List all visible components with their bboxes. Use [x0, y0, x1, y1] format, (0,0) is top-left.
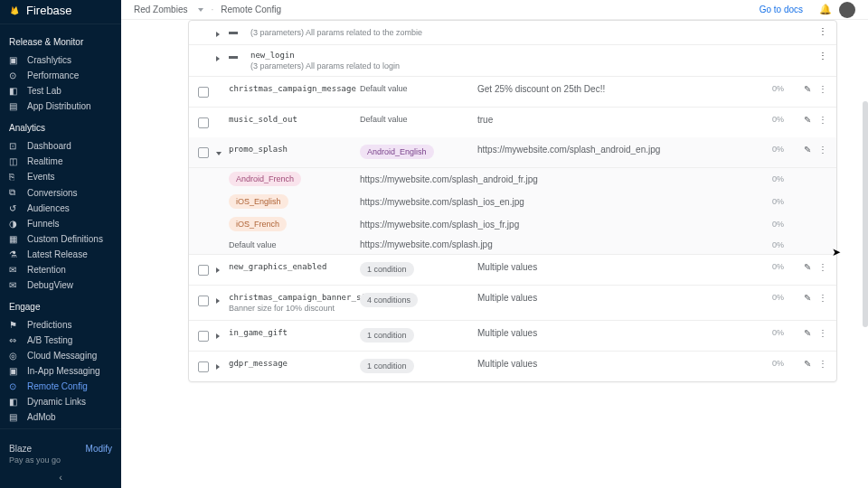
more-icon[interactable]: ⋮	[818, 359, 827, 369]
param-value: Multiple values	[477, 328, 755, 338]
plan-sub: Pay as you go	[9, 455, 61, 465]
sidebar-item-custom-definitions[interactable]: ▦Custom Definitions	[0, 231, 121, 247]
condition-count-chip[interactable]: 1 condition	[360, 262, 414, 277]
edit-icon[interactable]: ✎	[804, 328, 811, 338]
sidebar-item-dashboard[interactable]: ⊡Dashboard	[0, 138, 121, 154]
nav-label: A/B Testing	[27, 335, 72, 345]
checkbox[interactable]	[198, 147, 209, 158]
more-icon[interactable]: ⋮	[818, 145, 827, 155]
breadcrumb-section[interactable]: Remote Config	[221, 5, 281, 14]
sidebar-item-cloud-messaging[interactable]: ◎Cloud Messaging	[0, 348, 121, 363]
collapse-sidebar-button[interactable]: ‹	[0, 466, 121, 488]
nav-label: Dashboard	[27, 141, 71, 151]
fetch-pct: 0%	[755, 197, 791, 206]
topbar: Red Zombies · Remote Config Go to docs 🔔	[121, 0, 868, 20]
param-description: Banner size for 10% discount	[229, 304, 360, 313]
expand-icon[interactable]	[216, 56, 220, 61]
edit-icon[interactable]: ✎	[804, 293, 811, 303]
more-icon[interactable]: ⋮	[818, 26, 827, 36]
more-icon[interactable]: ⋮	[818, 293, 827, 303]
param-row[interactable]: in_game_gift1 conditionMultiple values0%…	[189, 321, 836, 352]
scrollbar[interactable]	[863, 101, 868, 327]
sidebar-item-test-lab[interactable]: ◧Test Lab	[0, 83, 121, 99]
modify-link[interactable]: Modify	[86, 444, 112, 454]
sidebar-item-funnels[interactable]: ◑Funnels	[0, 216, 121, 231]
nav-label: Conversions	[27, 188, 78, 198]
condition-chip[interactable]: Android_French	[229, 172, 301, 186]
sidebar-item-app-distribution[interactable]: ▤App Distribution	[0, 99, 121, 114]
chevron-down-icon	[198, 8, 203, 12]
expand-icon[interactable]	[216, 333, 220, 339]
group-subtitle: (3 parameters) All params related to log…	[250, 61, 818, 70]
param-name: gdpr_message	[229, 359, 360, 368]
fetch-pct: 0%	[755, 145, 791, 154]
sidebar-item-in-app-messaging[interactable]: ▣In-App Messaging	[0, 363, 121, 379]
edit-icon[interactable]: ✎	[804, 145, 811, 155]
condition-count-chip[interactable]: 4 conditions	[360, 293, 418, 307]
param-row[interactable]: promo_splash Android_English https://myw…	[189, 137, 836, 168]
collapse-icon[interactable]	[216, 152, 222, 155]
fetch-pct: 0%	[755, 115, 791, 124]
expand-icon[interactable]	[216, 267, 220, 273]
param-row[interactable]: christmas_campaign_banner_sizeBanner siz…	[189, 286, 836, 321]
nav-icon: ▤	[9, 101, 20, 111]
edit-icon[interactable]: ✎	[804, 115, 811, 125]
sidebar-item-debugview[interactable]: ✉DebugView	[0, 277, 121, 293]
condition-label: Default value	[360, 84, 477, 93]
nav-label: Events	[27, 172, 55, 182]
nav-label: App Distribution	[27, 101, 91, 111]
nav-label: Remote Config	[27, 381, 88, 391]
condition-chip[interactable]: iOS_English	[229, 194, 288, 209]
expand-icon[interactable]	[216, 32, 220, 37]
more-icon[interactable]: ⋮	[818, 262, 827, 272]
notifications-icon[interactable]: 🔔	[817, 2, 834, 18]
more-icon[interactable]: ⋮	[818, 84, 827, 94]
checkbox[interactable]	[198, 265, 209, 276]
sidebar-item-realtime[interactable]: ◫Realtime	[0, 154, 121, 169]
nav-label: Funnels	[27, 219, 60, 229]
nav-icon: ▤	[9, 412, 20, 422]
brand[interactable]: Firebase	[0, 0, 121, 20]
param-group-row[interactable]: ▬ new_login (3 parameters) All params re…	[189, 45, 836, 77]
param-row[interactable]: gdpr_message1 conditionMultiple values0%…	[189, 352, 836, 381]
sidebar-item-latest-release[interactable]: ⚗Latest Release	[0, 247, 121, 262]
edit-icon[interactable]: ✎	[804, 84, 811, 94]
sidebar-item-remote-config[interactable]: ⊙Remote Config	[0, 379, 121, 394]
nav-icon: ▣	[9, 55, 20, 65]
plan-name: Blaze	[9, 444, 32, 454]
checkbox[interactable]	[198, 296, 209, 306]
condition-count-chip[interactable]: 1 condition	[360, 359, 414, 373]
project-selector[interactable]: Red Zombies	[134, 5, 187, 14]
sidebar-item-predictions[interactable]: ⚑Predictions	[0, 317, 121, 333]
edit-icon[interactable]: ✎	[804, 359, 811, 369]
checkbox[interactable]	[198, 361, 209, 372]
more-icon[interactable]: ⋮	[818, 115, 827, 125]
condition-chip[interactable]: Android_English	[360, 145, 434, 159]
sidebar-item-crashlytics[interactable]: ▣Crashlytics	[0, 52, 121, 68]
sidebar-item-retention[interactable]: ✉Retention	[0, 262, 121, 277]
sidebar-item-events[interactable]: ⎘Events	[0, 169, 121, 184]
expand-icon[interactable]	[216, 298, 220, 304]
sidebar-item-performance[interactable]: ⊙Performance	[0, 68, 121, 83]
checkbox[interactable]	[198, 331, 209, 342]
sidebar-item-dynamic-links[interactable]: ◧Dynamic Links	[0, 394, 121, 409]
nav-icon: ✉	[9, 265, 20, 275]
more-icon[interactable]: ⋮	[818, 51, 827, 61]
param-row[interactable]: music_sold_outDefault valuetrue0%✎⋮	[189, 108, 836, 137]
avatar[interactable]	[839, 2, 855, 18]
param-row[interactable]: new_graphics_enabled1 conditionMultiple …	[189, 255, 836, 286]
more-icon[interactable]: ⋮	[818, 328, 827, 338]
sidebar-item-a-b-testing[interactable]: ⇔A/B Testing	[0, 333, 121, 348]
sidebar-item-audiences[interactable]: ↺Audiences	[0, 201, 121, 216]
checkbox[interactable]	[198, 87, 209, 98]
checkbox[interactable]	[198, 117, 209, 128]
param-row[interactable]: christmas_campaign_messageDefault valueG…	[189, 77, 836, 108]
param-group-row[interactable]: ▬ (3 parameters) All params related to t…	[189, 21, 836, 45]
edit-icon[interactable]: ✎	[804, 262, 811, 272]
condition-chip[interactable]: iOS_French	[229, 217, 287, 231]
condition-count-chip[interactable]: 1 condition	[360, 328, 414, 343]
expand-icon[interactable]	[216, 364, 220, 370]
sidebar-item-conversions[interactable]: ⧉Conversions	[0, 184, 121, 201]
go-to-docs-link[interactable]: Go to docs	[760, 5, 803, 14]
sidebar-item-admob[interactable]: ▤AdMob	[0, 409, 121, 425]
